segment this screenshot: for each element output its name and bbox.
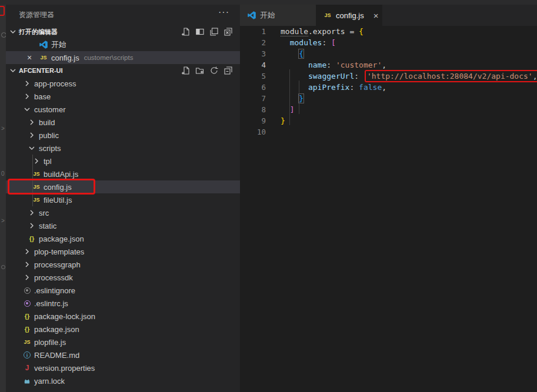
- tree-indent-guide: [32, 155, 33, 206]
- code-line-4[interactable]: 4 name: 'customer',: [240, 59, 537, 71]
- tree-item-README.md[interactable]: iREADME.md: [6, 349, 240, 361]
- chevron-right-icon: [22, 260, 32, 269]
- line-number: 8: [240, 104, 266, 115]
- activity-bar[interactable]: > 0 >: [0, 5, 6, 392]
- tree-item-package.json[interactable]: {}package.json: [6, 323, 240, 336]
- chevron-right-icon: [27, 118, 36, 127]
- tree-item-plopfile.js[interactable]: JSplopfile.js: [6, 336, 240, 349]
- tree-item-yarn.lock[interactable]: yarn.lock: [6, 374, 240, 387]
- line-number: 6: [240, 82, 266, 93]
- explorer-sidebar: 资源管理器 ··· 打开的编辑器 开始×JSconfig.jscustomer\…: [6, 5, 240, 392]
- code-line-3[interactable]: 3 {: [240, 48, 537, 59]
- line-content: {: [281, 48, 303, 59]
- tree-item-label: buildApi.js: [44, 170, 78, 179]
- js-icon: JS: [22, 337, 32, 347]
- line-content: apiPrefix: false,: [281, 82, 386, 93]
- open-editor-label: config.js: [51, 53, 79, 62]
- code-line-2[interactable]: 2 modules: [: [240, 37, 537, 48]
- chevron-right-icon: [22, 79, 32, 88]
- close-all-editors-icon[interactable]: [224, 27, 233, 36]
- js-icon: JS: [323, 11, 332, 20]
- close-icon[interactable]: ×: [27, 53, 39, 62]
- tree-item-label: config.js: [44, 183, 72, 192]
- collapse-folders-icon[interactable]: [224, 66, 233, 75]
- open-editors-header[interactable]: 打开的编辑器: [6, 25, 240, 38]
- chevron-right-icon: [27, 130, 36, 140]
- tree-item-label: tpl: [44, 157, 52, 166]
- tree-item-base[interactable]: base: [6, 90, 240, 103]
- vscode-icon: [39, 40, 48, 49]
- open-editor-开始[interactable]: 开始: [6, 38, 240, 51]
- chevron-right-icon: [22, 247, 32, 256]
- tree-item-public[interactable]: public: [6, 129, 240, 142]
- editor-group: 开始JSconfig.js× 1module.exports = {2 modu…: [240, 5, 537, 392]
- tree-item-fileUtil.js[interactable]: JSfileUtil.js: [6, 193, 240, 206]
- tree-item-label: customer: [34, 105, 65, 114]
- tree-item-processsdk[interactable]: processsdk: [6, 271, 240, 284]
- tree-item-.eslintignore[interactable]: .eslintignore: [6, 284, 240, 297]
- indent-guide: [289, 69, 290, 125]
- chevron-down-icon: [27, 143, 36, 153]
- tree-item-src[interactable]: src: [6, 206, 240, 219]
- code-line-1[interactable]: 1module.exports = {: [240, 26, 537, 37]
- json-icon: {}: [22, 324, 32, 334]
- tree-item-label: package.json: [34, 325, 79, 334]
- tree-item-package-lock.json[interactable]: {}package-lock.json: [6, 310, 240, 323]
- code-line-9[interactable]: 9}: [240, 115, 537, 126]
- tree-item-version.properties[interactable]: Jversion.properties: [6, 361, 240, 374]
- code-editor[interactable]: 1module.exports = {2 modules: [3 {4 name…: [240, 26, 537, 138]
- tree-item-.eslintrc.js[interactable]: .eslintrc.js: [6, 297, 240, 310]
- line-number: 5: [240, 71, 266, 82]
- new-folder-icon[interactable]: [195, 66, 205, 75]
- tree-item-customer[interactable]: customer: [6, 103, 240, 116]
- tree-item-scripts[interactable]: scripts: [6, 142, 240, 155]
- code-line-6[interactable]: 6 apiPrefix: false,: [240, 82, 537, 93]
- yarn-icon: [22, 376, 32, 386]
- chevron-down-icon: [22, 105, 32, 114]
- tree-item-label: base: [34, 92, 51, 101]
- tree-item-config.js[interactable]: JSconfig.js: [6, 180, 240, 193]
- explorer-icon-fragment: [0, 6, 5, 16]
- activity-bar-icon-fragment: 0: [1, 170, 5, 177]
- code-line-8[interactable]: 8 ]: [240, 104, 537, 115]
- tree-item-plop-templates[interactable]: plop-templates: [6, 245, 240, 258]
- chevron-right-icon: [22, 273, 32, 282]
- tree-item-label: version.properties: [34, 364, 95, 373]
- tree-item-label: .eslintignore: [34, 286, 75, 295]
- more-actions-icon[interactable]: ···: [218, 7, 229, 18]
- tree-item-app-process[interactable]: app-process: [6, 77, 240, 90]
- java-icon: J: [22, 363, 32, 373]
- tree-item-label: plopfile.js: [34, 338, 66, 347]
- code-line-7[interactable]: 7 }: [240, 93, 537, 104]
- tree-item-static[interactable]: static: [6, 219, 240, 232]
- tree-item-processgraph[interactable]: processgraph: [6, 258, 240, 271]
- tab-config.js[interactable]: JSconfig.js×: [316, 5, 382, 26]
- tree-item-build[interactable]: build: [6, 116, 240, 129]
- open-editors-toolbar: [181, 27, 233, 36]
- open-editor-config.js[interactable]: ×JSconfig.jscustomer\scripts: [6, 51, 240, 64]
- js-icon: JS: [32, 195, 41, 205]
- tree-item-package.json[interactable]: {}package.json: [6, 232, 240, 245]
- line-number: 2: [240, 37, 266, 48]
- close-icon[interactable]: ×: [373, 11, 379, 21]
- tree-item-tpl[interactable]: tpl: [6, 155, 240, 167]
- chevron-right-icon: [27, 221, 36, 230]
- explorer-title: 资源管理器: [19, 10, 54, 20]
- code-line-10[interactable]: 10: [240, 126, 537, 138]
- toggle-editor-layout-icon[interactable]: [195, 27, 205, 36]
- annotation-box: 'http://localhost:28084/v2/api-docs',: [365, 70, 537, 82]
- new-file-icon[interactable]: [181, 66, 191, 75]
- tree-item-buildApi.js[interactable]: JSbuildApi.js: [6, 167, 240, 180]
- activity-bar-icon-fragment: [1, 32, 6, 38]
- refresh-explorer-icon[interactable]: [209, 66, 219, 75]
- save-all-icon[interactable]: [209, 27, 219, 36]
- code-line-5[interactable]: 5 swaggerUrl: 'http://localhost:28084/v2…: [240, 71, 537, 82]
- indent-guide: [299, 81, 299, 114]
- folder-section-header[interactable]: AFCENTER-UI: [6, 64, 240, 77]
- open-editors-list: 开始×JSconfig.jscustomer\scripts: [6, 38, 240, 64]
- info-icon: i: [22, 350, 32, 360]
- open-editor-label: 开始: [51, 39, 66, 50]
- tab-开始[interactable]: 开始: [240, 5, 316, 26]
- file-tree: app-processbasecustomerbuildpublicscript…: [6, 77, 240, 387]
- new-untitled-file-icon[interactable]: [181, 27, 191, 36]
